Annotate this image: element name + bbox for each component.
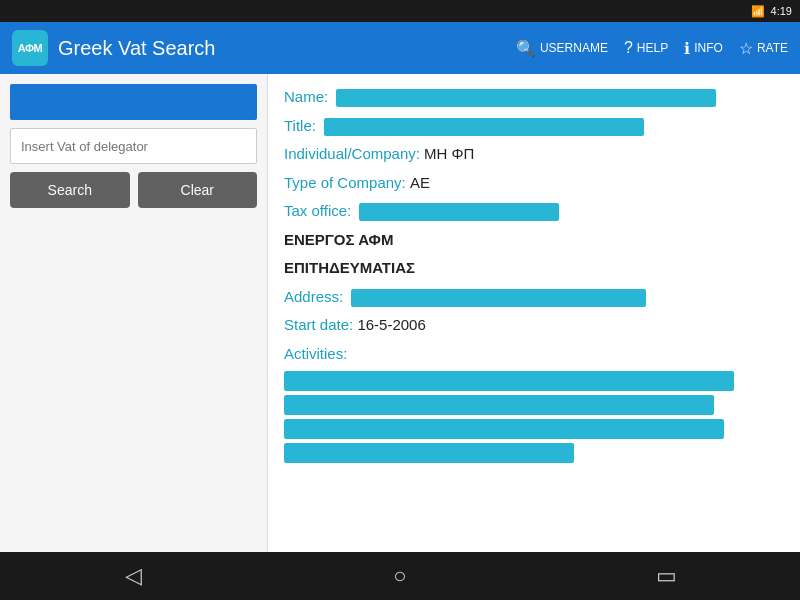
activities-label-row: Activities: [284, 343, 784, 366]
activity-bar-1 [284, 371, 734, 391]
status-row-1: ΕΝΕΡΓΟΣ ΑΦΜ [284, 229, 784, 252]
home-button[interactable]: ○ [370, 556, 430, 596]
status-bar: 📶 4:19 [0, 0, 800, 22]
info-label: INFO [694, 41, 723, 55]
bottom-nav: ◁ ○ ▭ [0, 552, 800, 600]
start-date-row: Start date: 16-5-2006 [284, 314, 784, 337]
help-action[interactable]: ? HELP [624, 39, 668, 57]
address-value-bar [351, 289, 646, 307]
type-company-row: Type of Company: ΑΕ [284, 172, 784, 195]
type-company-label: Type of Company: [284, 174, 406, 191]
result-panel: Name: Title: Individual/Company: ΜΗ ΦΠ T… [268, 74, 800, 552]
start-date-value: 16-5-2006 [357, 316, 425, 333]
button-row: Search Clear [10, 172, 257, 208]
address-label: Address: [284, 288, 343, 305]
activity-bar-4 [284, 443, 574, 463]
activity-bar-3 [284, 419, 724, 439]
name-value-bar [336, 89, 716, 107]
status-time: 4:19 [771, 5, 792, 17]
toolbar-actions: 🔍 USERNAME ? HELP ℹ INFO ☆ RATE [516, 39, 788, 58]
rate-action[interactable]: ☆ RATE [739, 39, 788, 58]
tax-office-row: Tax office: [284, 200, 784, 223]
tax-office-value-bar [359, 203, 559, 221]
app-title: Greek Vat Search [58, 37, 506, 60]
vat-top-bar [10, 84, 257, 120]
app-logo: ΑΦΜ [12, 30, 48, 66]
vat-delegator-input[interactable] [10, 128, 257, 164]
main-content: Search Clear Name: Title: Individual/Com… [0, 74, 800, 552]
clear-button[interactable]: Clear [138, 172, 258, 208]
username-label: USERNAME [540, 41, 608, 55]
search-icon: 🔍 [516, 39, 536, 58]
sidebar: Search Clear [0, 74, 268, 552]
title-row: Title: [284, 115, 784, 138]
username-action[interactable]: 🔍 USERNAME [516, 39, 608, 58]
individual-company-label: Individual/Company: [284, 145, 420, 162]
help-icon: ? [624, 39, 633, 57]
name-label: Name: [284, 88, 328, 105]
individual-company-value: ΜΗ ΦΠ [424, 145, 474, 162]
individual-company-row: Individual/Company: ΜΗ ΦΠ [284, 143, 784, 166]
back-button[interactable]: ◁ [103, 556, 163, 596]
search-button[interactable]: Search [10, 172, 130, 208]
info-icon: ℹ [684, 39, 690, 58]
info-action[interactable]: ℹ INFO [684, 39, 723, 58]
toolbar: ΑΦΜ Greek Vat Search 🔍 USERNAME ? HELP ℹ… [0, 22, 800, 74]
activities-label: Activities: [284, 345, 347, 362]
signal-icon: 📶 [751, 5, 765, 18]
start-date-label: Start date: [284, 316, 353, 333]
rate-label: RATE [757, 41, 788, 55]
activity-bar-2 [284, 395, 714, 415]
name-row: Name: [284, 86, 784, 109]
address-row: Address: [284, 286, 784, 309]
tax-office-label: Tax office: [284, 202, 351, 219]
status-line1: ΕΝΕΡΓΟΣ ΑΦΜ [284, 231, 393, 248]
help-label: HELP [637, 41, 668, 55]
star-icon: ☆ [739, 39, 753, 58]
type-company-value: ΑΕ [410, 174, 430, 191]
title-value-bar [324, 118, 644, 136]
title-label: Title: [284, 117, 316, 134]
status-row-2: ΕΠΙΤΗΔΕΥΜΑΤΙΑΣ [284, 257, 784, 280]
recents-button[interactable]: ▭ [637, 556, 697, 596]
status-line2: ΕΠΙΤΗΔΕΥΜΑΤΙΑΣ [284, 259, 415, 276]
